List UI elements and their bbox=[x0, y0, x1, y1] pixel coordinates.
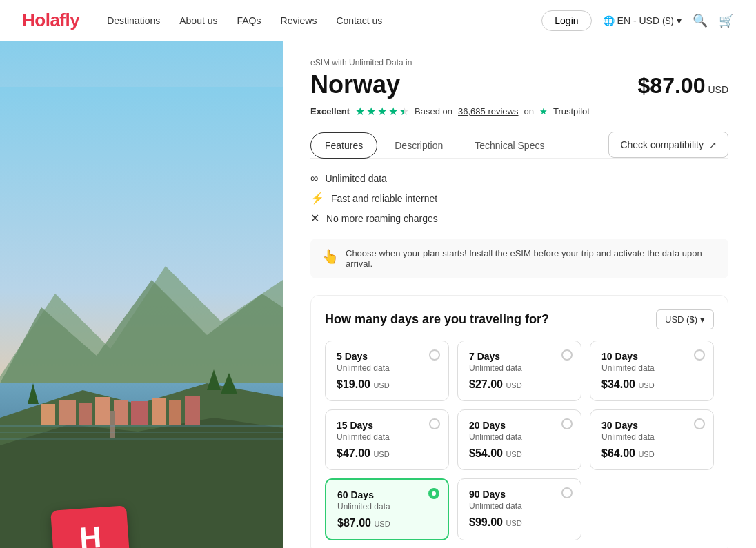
day-data: Unlimited data bbox=[469, 363, 570, 373]
product-title-row: Norway $87.00 USD bbox=[310, 70, 728, 99]
search-icon[interactable]: 🔍 bbox=[693, 13, 708, 28]
day-option-10-days[interactable]: 10 Days Unlimited data $34.00 USD bbox=[590, 341, 714, 401]
login-button[interactable]: Login bbox=[541, 10, 591, 31]
product-image-panel: H Scan the QR code and connect instantly… bbox=[0, 41, 283, 548]
infinity-icon: ∞ bbox=[310, 172, 318, 185]
reviews-link[interactable]: 36,685 reviews bbox=[458, 106, 518, 116]
day-option-15-days[interactable]: 15 Days Unlimited data $47.00 USD bbox=[325, 409, 449, 470]
brand-badge-letter: H bbox=[79, 521, 103, 548]
svg-rect-6 bbox=[41, 404, 55, 425]
svg-rect-21 bbox=[0, 438, 283, 440]
day-price-currency: USD bbox=[506, 519, 521, 527]
svg-rect-8 bbox=[79, 403, 92, 425]
day-data: Unlimited data bbox=[337, 432, 437, 442]
globe-icon: 🌐 bbox=[603, 15, 615, 26]
chevron-down-icon: ▾ bbox=[700, 314, 705, 325]
no-roaming-icon: ✕ bbox=[310, 212, 319, 225]
feature-text-1: Fast and reliable internet bbox=[331, 193, 437, 204]
product-tabs: Features Description Technical Specs Che… bbox=[310, 132, 728, 159]
day-radio bbox=[428, 488, 439, 499]
day-price-currency: USD bbox=[374, 520, 390, 528]
day-option-20-days[interactable]: 20 Days Unlimited data $54.00 USD bbox=[457, 409, 581, 470]
navbar: Holafly Destinations About us FAQs Revie… bbox=[0, 0, 756, 41]
feature-no-roaming: ✕ No more roaming charges bbox=[310, 212, 728, 225]
day-data: Unlimited data bbox=[337, 363, 437, 373]
day-label: 20 Days bbox=[469, 420, 570, 431]
day-label: 7 Days bbox=[469, 351, 570, 362]
currency-selector[interactable]: USD ($) ▾ bbox=[656, 309, 714, 329]
day-data: Unlimited data bbox=[601, 432, 702, 442]
day-price: $34.00 USD bbox=[601, 378, 702, 391]
day-option-7-days[interactable]: 7 Days Unlimited data $27.00 USD bbox=[457, 341, 581, 401]
feature-unlimited-data: ∞ Unlimited data bbox=[310, 172, 728, 185]
day-price: $64.00 USD bbox=[601, 447, 702, 460]
day-label: 30 Days bbox=[601, 420, 702, 431]
nav-right: Login 🌐 EN - USD ($) ▾ 🔍 🛒 bbox=[541, 10, 734, 31]
svg-rect-14 bbox=[185, 396, 200, 425]
notice-box: 👆 Choose when your plan starts! Install … bbox=[310, 239, 728, 278]
logo[interactable]: Holafly bbox=[22, 10, 79, 31]
cart-icon[interactable]: 🛒 bbox=[719, 13, 734, 28]
day-option-60-days[interactable]: 60 Days Unlimited data $87.00 USD bbox=[325, 478, 449, 540]
product-price: $87.00 bbox=[638, 73, 706, 99]
svg-rect-20 bbox=[0, 432, 283, 433]
tab-technical-specs[interactable]: Technical Specs bbox=[460, 132, 559, 159]
svg-rect-9 bbox=[95, 397, 110, 425]
day-data: Unlimited data bbox=[337, 502, 437, 511]
day-radio bbox=[694, 418, 705, 429]
day-price: $99.00 USD bbox=[469, 516, 570, 529]
svg-rect-10 bbox=[114, 400, 128, 425]
star-rating: ★ ★ ★ ★ ★★ bbox=[355, 105, 409, 118]
day-price: $47.00 USD bbox=[337, 447, 437, 460]
day-price-currency: USD bbox=[638, 381, 654, 389]
days-grid: 5 Days Unlimited data $19.00 USD 7 Days … bbox=[325, 341, 714, 540]
day-option-90-days[interactable]: 90 Days Unlimited data $99.00 USD bbox=[457, 478, 581, 540]
features-list: ∞ Unlimited data ⚡ Fast and reliable int… bbox=[310, 172, 728, 225]
feature-text-2: No more roaming charges bbox=[326, 213, 438, 224]
nav-destinations[interactable]: Destinations bbox=[107, 15, 160, 26]
feature-fast-internet: ⚡ Fast and reliable internet bbox=[310, 192, 728, 205]
product-panel: eSIM with Unlimited Data in Norway $87.0… bbox=[283, 41, 756, 548]
tab-description[interactable]: Description bbox=[380, 132, 457, 159]
day-price-currency: USD bbox=[506, 450, 521, 458]
star-half: ★★ bbox=[399, 105, 409, 118]
day-label: 15 Days bbox=[337, 420, 437, 431]
external-link-icon: ↗ bbox=[709, 140, 717, 150]
day-price-currency: USD bbox=[506, 381, 521, 389]
day-price-currency: USD bbox=[638, 450, 654, 458]
svg-rect-7 bbox=[59, 400, 76, 425]
language-selector[interactable]: 🌐 EN - USD ($) ▾ bbox=[603, 15, 682, 26]
day-label: 5 Days bbox=[337, 351, 437, 362]
price-currency: USD bbox=[708, 84, 728, 95]
nav-contact[interactable]: Contact us bbox=[336, 15, 382, 26]
svg-rect-13 bbox=[169, 400, 181, 425]
day-label: 10 Days bbox=[601, 351, 702, 362]
star-4: ★ bbox=[388, 105, 398, 118]
nav-reviews[interactable]: Reviews bbox=[281, 15, 317, 26]
day-data: Unlimited data bbox=[601, 363, 702, 373]
days-header: How many days are you traveling for? USD… bbox=[325, 309, 714, 329]
days-title: How many days are you traveling for? bbox=[325, 312, 549, 327]
product-title: Norway bbox=[310, 70, 400, 99]
day-radio bbox=[561, 418, 573, 429]
day-option-30-days[interactable]: 30 Days Unlimited data $64.00 USD bbox=[590, 409, 714, 470]
product-subtitle: eSIM with Unlimited Data in bbox=[310, 58, 728, 68]
star-1: ★ bbox=[355, 105, 365, 118]
hand-icon: 👆 bbox=[321, 248, 339, 265]
nav-faqs[interactable]: FAQs bbox=[237, 15, 261, 26]
check-compatibility-button[interactable]: Check compatibility ↗ bbox=[608, 132, 728, 158]
day-price: $54.00 USD bbox=[469, 447, 570, 460]
day-radio bbox=[429, 418, 440, 429]
day-data: Unlimited data bbox=[469, 501, 570, 511]
day-price-currency: USD bbox=[373, 450, 389, 458]
star-2: ★ bbox=[366, 105, 376, 118]
nav-about[interactable]: About us bbox=[179, 15, 217, 26]
day-price: $19.00 USD bbox=[337, 378, 437, 391]
day-option-5-days[interactable]: 5 Days Unlimited data $19.00 USD bbox=[325, 341, 449, 401]
day-price: $27.00 USD bbox=[469, 378, 570, 391]
currency-label: USD ($) bbox=[665, 314, 697, 325]
tab-features[interactable]: Features bbox=[310, 132, 377, 159]
day-price-currency: USD bbox=[373, 381, 389, 389]
trustpilot-icon: ★ bbox=[539, 106, 548, 116]
day-price: $87.00 USD bbox=[337, 517, 437, 529]
